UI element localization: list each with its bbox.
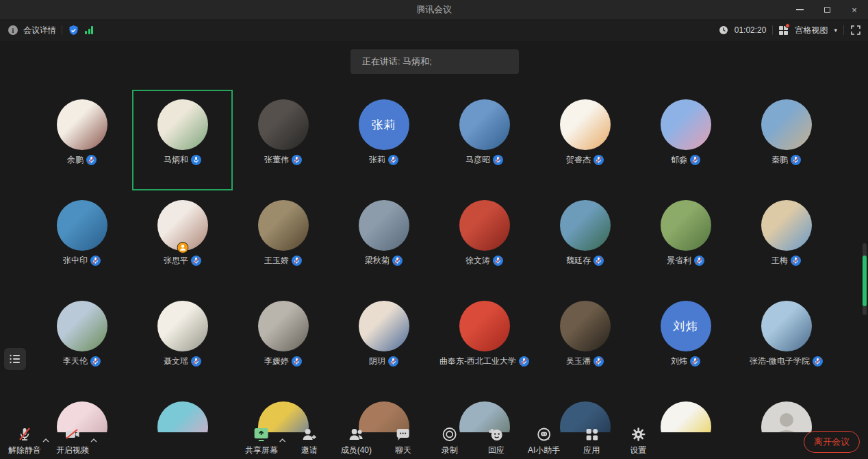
participant-tile[interactable]: 王玉娇 [233, 190, 333, 291]
participant-name: 曲奉东-西北工业大学 [439, 356, 516, 367]
avatar [459, 301, 510, 351]
start-video-button[interactable]: 开启视频 [56, 426, 89, 456]
avatar [560, 99, 611, 150]
participant-name: 景省利 [667, 255, 691, 266]
scrollbar-thumb[interactable] [863, 256, 867, 306]
participant-tile[interactable]: 李天伦 [31, 291, 132, 392]
avatar [157, 99, 208, 150]
avatar [258, 200, 309, 251]
reactions-label: 回应 [488, 445, 505, 456]
divider [772, 25, 773, 35]
notification-dot [785, 23, 790, 28]
chat-button[interactable]: 聊天 [388, 426, 418, 456]
participant-name: 马彦昭 [465, 154, 490, 166]
avatar [57, 99, 107, 150]
apps-grid-icon [583, 426, 600, 443]
network-signal-icon[interactable] [85, 26, 93, 34]
participant-tile[interactable]: 景省利 [635, 190, 736, 291]
video-options-chevron-icon[interactable] [90, 433, 97, 445]
participant-tile[interactable]: 郁淼 [635, 90, 736, 190]
participant-tile[interactable]: 王梅 [736, 190, 837, 291]
mic-muted-icon [388, 155, 398, 165]
avatar: 刘炜 [661, 301, 711, 351]
participant-name: 郁淼 [671, 154, 687, 166]
participant-tile[interactable]: 张中印 [31, 190, 132, 291]
participant-tile[interactable]: 阴玥 [333, 291, 434, 392]
mic-muted-icon [493, 256, 503, 266]
settings-gear-icon [630, 426, 646, 443]
ai-assistant-label: AI小助手 [528, 445, 560, 456]
bottom-toolbar: 解除静音 开启视频 共享屏幕 [0, 419, 868, 459]
settings-button[interactable]: 设置 [623, 426, 653, 456]
participant-name: 梁秋菊 [365, 255, 390, 266]
participant-tile[interactable]: 刘炜刘炜 [635, 291, 736, 392]
participant-name: 聂文瑶 [164, 356, 188, 367]
reactions-button[interactable]: 回应 [481, 426, 511, 456]
participant-tile[interactable]: 李媛婷 [233, 291, 333, 392]
leave-meeting-button[interactable]: 离开会议 [804, 431, 860, 453]
participant-tile[interactable]: 余鹏 [31, 90, 132, 190]
avatar [459, 200, 510, 251]
record-icon [442, 426, 458, 443]
avatar [157, 301, 208, 351]
ai-assistant-button[interactable]: AI小助手 [528, 426, 560, 456]
mic-muted-icon [292, 155, 302, 165]
participant-tile[interactable]: 梁秋菊 [333, 190, 434, 291]
security-shield-icon[interactable] [68, 25, 79, 36]
camera-off-icon [64, 426, 81, 443]
participant-tile[interactable]: 贺睿杰 [535, 90, 635, 190]
participant-tile[interactable]: 马彦昭 [434, 90, 535, 190]
apps-button[interactable]: 应用 [576, 426, 607, 456]
members-button[interactable]: 成员(40) [341, 426, 372, 456]
invite-button[interactable]: 邀请 [294, 426, 324, 456]
mic-muted-icon [292, 256, 302, 266]
ai-assistant-icon [535, 426, 553, 443]
avatar [57, 200, 107, 251]
participant-tile[interactable]: 马炳和 [132, 90, 233, 190]
meeting-top-bar: i 会议详情 01:02:20 宫格视图 ▾ [0, 19, 868, 41]
participant-name: 张浩-微电子学院 [750, 356, 810, 367]
mic-options-chevron-icon[interactable] [42, 433, 49, 445]
minimize-button[interactable] [786, 0, 813, 19]
unmute-button[interactable]: 解除静音 [8, 426, 41, 456]
participant-tile[interactable]: 吴玉潘 [535, 291, 635, 392]
participant-name: 马炳和 [164, 154, 188, 166]
mic-on-icon [191, 155, 201, 165]
mic-muted-icon [813, 356, 823, 367]
chevron-down-icon[interactable]: ▾ [834, 27, 837, 34]
avatar [157, 200, 208, 251]
info-icon: i [8, 25, 18, 35]
mic-muted-icon [392, 256, 403, 266]
mic-muted-icon [191, 356, 201, 367]
share-options-chevron-icon[interactable] [279, 433, 286, 445]
participant-name: 王梅 [771, 255, 788, 266]
mic-muted-icon [519, 356, 529, 367]
participant-tile[interactable]: 秦鹏 [736, 90, 837, 190]
participant-tile[interactable]: 张董伟 [233, 90, 333, 190]
maximize-button[interactable] [813, 0, 841, 19]
member-list-toggle-button[interactable] [4, 348, 26, 370]
record-button[interactable]: 录制 [435, 426, 465, 456]
participant-name: 张莉 [369, 154, 385, 166]
participant-tile[interactable]: 曲奉东-西北工业大学 [434, 291, 535, 392]
fullscreen-icon[interactable] [850, 25, 861, 36]
avatar [560, 301, 611, 351]
start-video-label: 开启视频 [56, 445, 89, 456]
meeting-details-button[interactable]: 会议详情 [23, 25, 56, 36]
close-button[interactable]: × [841, 0, 868, 19]
mic-muted-icon [16, 426, 33, 443]
avatar: 张莉 [359, 99, 409, 150]
avatar [661, 99, 711, 150]
chat-icon [395, 426, 411, 443]
participant-tile[interactable]: 张莉张莉 [333, 90, 434, 190]
participant-tile[interactable]: 魏廷存 [535, 190, 635, 291]
participant-tile[interactable]: 徐文涛 [434, 190, 535, 291]
participant-tile[interactable]: 张浩-微电子学院 [736, 291, 837, 392]
share-screen-icon [253, 426, 270, 443]
participant-tile[interactable]: 聂文瑶 [132, 291, 233, 392]
divider [62, 25, 62, 35]
participant-name: 张董伟 [264, 154, 289, 166]
share-screen-button[interactable]: 共享屏幕 [245, 426, 278, 456]
participant-tile[interactable]: 张思平 [132, 190, 233, 291]
view-mode-selector[interactable]: 宫格视图 [795, 25, 828, 36]
